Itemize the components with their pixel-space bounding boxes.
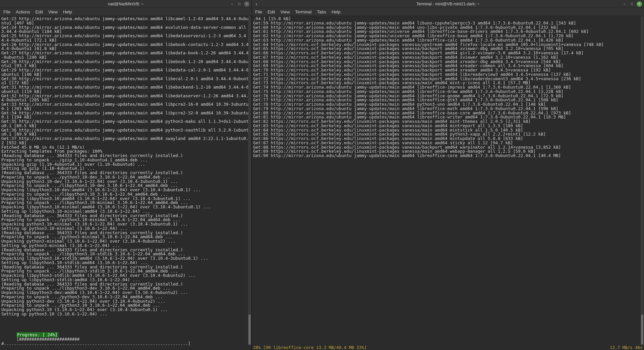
- right-terminal-output[interactable]: .04.1 [15.8 kB]Get:59 http://mirror.ariz…: [252, 16, 644, 350]
- left-window-title: nad@NadMintVB: ~: [108, 2, 144, 6]
- left-titlebar[interactable]: nad@NadMintVB: ~: [0, 0, 251, 8]
- menu-edit[interactable]: Edit: [268, 9, 275, 14]
- menu-edit[interactable]: Edit: [36, 9, 43, 14]
- menu-actions[interactable]: Actions: [16, 9, 30, 14]
- menu-file[interactable]: File: [3, 9, 10, 14]
- left-terminal-output[interactable]: Get:23 http://mirror.arizona.edu/ubuntu …: [0, 16, 251, 350]
- right-menubar: File Edit View Terminal Tabs Help: [252, 8, 644, 16]
- left-menubar: File Actions Edit View Help: [0, 8, 251, 16]
- menu-help[interactable]: Help: [63, 9, 72, 14]
- terminal-line: Get:34 http://mirror.arizona.edu/ubuntu …: [1, 111, 250, 120]
- progress-bar: [#########################..............…: [1, 337, 190, 346]
- terminal-line: Get:30 http://mirror.arizona.edu/ubuntu …: [1, 77, 250, 86]
- right-scrollbar-thumb[interactable]: [641, 314, 643, 345]
- terminal-line: Get:90 http://mirror.arizona.edu/ubuntu …: [253, 154, 643, 158]
- left-progress-line: Progress: [ 24%] [######################…: [1, 329, 250, 350]
- terminal-line: Get:37 http://mirror.arizona.edu/ubuntu …: [1, 137, 250, 145]
- terminal-line: Setting up python3.10 (3.10.6-1~22.04) .…: [1, 312, 250, 316]
- terminal-line: Get:27 http://mirror.arizona.edu/ubuntu …: [1, 51, 250, 60]
- maximize-button[interactable]: [237, 1, 242, 7]
- right-status-line: 28% [90 libreoffice-core 13.3 MB/40.4 MB…: [253, 346, 643, 350]
- terminal-line: Get:25 http://mirror.arizona.edu/ubuntu …: [1, 34, 250, 43]
- terminal-line: Get:35 http://mirror.arizona.edu/ubuntu …: [1, 119, 250, 128]
- left-scrollbar[interactable]: [248, 16, 251, 345]
- minimize-button[interactable]: [229, 1, 235, 7]
- menu-help[interactable]: Help: [332, 9, 341, 14]
- terminal-line: Get:28 http://mirror.arizona.edu/ubuntu …: [1, 60, 250, 68]
- menu-file[interactable]: File: [255, 9, 262, 14]
- back-button[interactable]: [254, 1, 259, 7]
- maximize-button[interactable]: [629, 1, 635, 7]
- terminal-line: Get:32 http://mirror.arizona.edu/ubuntu …: [1, 94, 250, 103]
- terminal-line: Get:26 http://mirror.arizona.edu/ubuntu …: [1, 43, 250, 51]
- right-scrollbar[interactable]: [641, 16, 644, 345]
- right-window-title: Terminal - mint@VB-mint21-dark: ~: [416, 2, 479, 6]
- menu-view[interactable]: View: [48, 9, 58, 14]
- terminal-line: Get:33 http://mirror.arizona.edu/ubuntu …: [1, 102, 250, 111]
- close-button[interactable]: [244, 1, 249, 7]
- menu-terminal[interactable]: Terminal: [295, 9, 311, 14]
- terminal-line: Get:31 http://mirror.arizona.edu/ubuntu …: [1, 85, 250, 94]
- minimize-button[interactable]: [622, 1, 627, 7]
- terminal-line: Get:24 http://mirror.arizona.edu/ubuntu …: [1, 26, 250, 34]
- close-button[interactable]: [637, 1, 642, 7]
- menu-view[interactable]: View: [280, 9, 290, 14]
- right-terminal-window: Terminal - mint@VB-mint21-dark: ~ File E…: [251, 0, 644, 350]
- menu-tabs[interactable]: Tabs: [317, 9, 326, 14]
- download-rate-text: 12.7 MB/s 46s: [610, 346, 643, 350]
- terminal-line: Get:36 http://mirror.arizona.edu/ubuntu …: [1, 128, 250, 137]
- terminal-line: Get:23 http://mirror.arizona.edu/ubuntu …: [1, 17, 250, 26]
- left-terminal-window: nad@NadMintVB: ~ File Actions Edit View …: [0, 0, 251, 350]
- download-progress-text: 28% [90 libreoffice-core 13.3 MB/40.4 MB…: [253, 346, 367, 350]
- right-titlebar[interactable]: Terminal - mint@VB-mint21-dark: ~: [252, 0, 644, 8]
- terminal-line: Get:29 http://mirror.arizona.edu/ubuntu …: [1, 68, 250, 77]
